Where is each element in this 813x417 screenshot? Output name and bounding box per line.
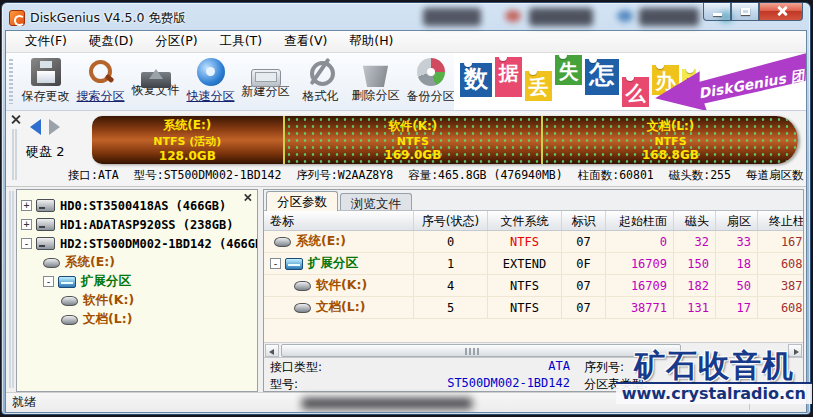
app-logo-icon: [9, 10, 25, 26]
col-header-sector[interactable]: 扇区: [716, 211, 758, 230]
sector-cell: 33: [716, 231, 758, 252]
expand-icon[interactable]: +: [21, 200, 32, 211]
toolbar-button-save-changes[interactable]: 保存更改: [18, 58, 73, 105]
toolbar-button-recover-files[interactable]: 恢复文件: [128, 64, 183, 99]
toolbar-label: 快速分区: [183, 88, 238, 105]
partition-segment-docs[interactable]: 文档(L:) NTFS 168.8GB: [541, 116, 798, 164]
toolbar-button-format[interactable]: 格式化: [293, 58, 348, 105]
disk-overview-panel: 硬盘 2 系统(E:) NTFS (活动) 128.0GB 软件(K:) NTF…: [6, 111, 806, 187]
collapse-icon[interactable]: -: [21, 238, 32, 249]
main-grip[interactable]: [9, 191, 14, 388]
disk-tree-panel: + HD0:ST3500418AS (466GB) + HD1:ADATASP9…: [16, 189, 258, 392]
tab-browse-files[interactable]: 浏览文件: [340, 193, 412, 210]
partition-segment-software[interactable]: 软件(K:) NTFS 169.0GB: [283, 116, 541, 164]
interface-type-label: 接口类型:: [270, 359, 322, 376]
col-header-end-cyl[interactable]: 终止柱面: [758, 211, 804, 230]
toolbar-label: 格式化: [293, 88, 348, 105]
close-icon: [777, 6, 787, 16]
new-partition-icon: [251, 69, 281, 87]
blurred-taskbar-item: [639, 8, 699, 26]
table-row-extended[interactable]: - 扩展分区 1 EXTEND 0F 16709 150 18 60801 8: [264, 253, 803, 275]
table-empty-area: [264, 319, 803, 342]
quick-partition-icon: [197, 58, 225, 86]
col-header-id[interactable]: 标识: [562, 211, 606, 230]
disk-label: 硬盘 2: [26, 143, 64, 161]
disk-nav: [30, 119, 60, 135]
close-tree-icon[interactable]: [243, 193, 252, 202]
table-row-system[interactable]: 系统(E:) 0 NTFS 07 0 32 33 16709 15: [264, 231, 803, 253]
table-row-docs[interactable]: 文档(L:) 5 NTFS 07 38771 131 17 60801 8: [264, 297, 803, 319]
menu-partition[interactable]: 分区(P): [144, 31, 208, 52]
fs-cell: NTFS: [488, 297, 562, 318]
sector-cell: 18: [716, 253, 758, 274]
sector-cell: 17: [716, 297, 758, 318]
ad-banner[interactable]: 数 据 丢 失 怎 么 办 ! DiskGenius 团队: [454, 53, 806, 110]
next-disk-icon[interactable]: [49, 119, 60, 135]
maximize-button[interactable]: [731, 3, 759, 21]
close-button[interactable]: [759, 3, 803, 21]
menu-file[interactable]: 文件(F): [14, 31, 78, 52]
tree-item-hd2[interactable]: - HD2:ST500DM002-1BD142 (466GB): [21, 234, 255, 253]
panel-grip[interactable]: [12, 129, 17, 180]
col-header-seq[interactable]: 序号(状态): [414, 211, 488, 230]
col-header-volume[interactable]: 卷标: [264, 211, 414, 230]
seq-cell: 0: [414, 231, 488, 252]
menu-view[interactable]: 查看(V): [273, 31, 338, 52]
col-header-start-cyl[interactable]: 起始柱面: [606, 211, 674, 230]
toolbar-button-quick-partition[interactable]: 快速分区: [183, 58, 238, 105]
toolbar-button-backup-partition[interactable]: 备份分区: [403, 58, 458, 105]
toolbar-grip[interactable]: [9, 59, 13, 104]
volume-cell: 文档(L:): [264, 297, 414, 318]
tab-partition-params[interactable]: 分区参数: [266, 191, 338, 211]
minimize-button[interactable]: [703, 3, 731, 21]
model-value: ST500DM002-1BD142: [447, 376, 570, 391]
blurred-taskbar-item: [529, 8, 593, 26]
tree-item-hd1[interactable]: + HD1:ADATASP920SS (238GB): [21, 215, 255, 234]
maximize-icon: [741, 8, 750, 15]
menu-tools[interactable]: 工具(T): [209, 31, 273, 52]
window-title: DiskGenius V4.5.0 免费版: [30, 10, 186, 27]
volume-label: 文档(L:): [316, 299, 365, 316]
head-cell: 182: [674, 275, 716, 296]
toolbar-button-search-partition[interactable]: 搜索分区: [73, 58, 128, 105]
collapse-icon[interactable]: -: [270, 258, 281, 269]
expand-icon[interactable]: +: [21, 219, 32, 230]
col-header-fs[interactable]: 文件系统: [488, 211, 562, 230]
toolbar: 保存更改 搜索分区 恢复文件 快速分区 新建分区: [6, 53, 806, 111]
fs-cell: NTFS: [488, 275, 562, 296]
volume-label: 软件(K:): [316, 277, 367, 294]
tree-item-docs-l[interactable]: 文档(L:): [21, 310, 255, 329]
segment-size: 168.8GB: [543, 148, 798, 162]
menu-help[interactable]: 帮助(H): [338, 31, 404, 52]
ad-banner-tiles: 数 据 丢 失 怎 么 办 !: [460, 55, 699, 95]
end-cyl-cell: 60801: [758, 297, 804, 318]
id-cell: 07: [562, 297, 606, 318]
collapse-icon[interactable]: -: [43, 276, 54, 287]
seq-cell: 4: [414, 275, 488, 296]
segment-size: 169.0GB: [285, 148, 541, 162]
col-header-head[interactable]: 磁头: [674, 211, 716, 230]
segment-fs: NTFS (活动): [92, 134, 283, 149]
segment-fs: NTFS: [285, 135, 541, 148]
end-cyl-cell: 38771: [758, 275, 804, 296]
close-panel-icon[interactable]: [10, 114, 21, 125]
menu-disk[interactable]: 硬盘(D): [78, 31, 144, 52]
partition-segment-system[interactable]: 系统(E:) NTFS (活动) 128.0GB: [92, 116, 283, 164]
tree-item-hd0[interactable]: + HD0:ST3500418AS (466GB): [21, 196, 255, 215]
watermark-title: 矿石收音机: [616, 349, 812, 382]
volume-cell: 系统(E:): [264, 231, 414, 252]
toolbar-button-delete-partition[interactable]: 删除分区: [348, 59, 403, 104]
prev-disk-icon[interactable]: [30, 119, 41, 135]
tree-item-system-e[interactable]: 系统(E:): [21, 253, 255, 272]
table-header-row: 卷标 序号(状态) 文件系统 标识 起始柱面 磁头 扇区 终止柱面 磁头: [264, 211, 803, 231]
table-row-software[interactable]: 软件(K:) 4 NTFS 07 16709 182 50 38771 9: [264, 275, 803, 297]
tree-item-software-k[interactable]: 软件(K:): [21, 291, 255, 310]
seq-cell: 5: [414, 297, 488, 318]
tree-item-extended[interactable]: - 扩展分区: [21, 272, 255, 291]
toolbar-button-new-partition[interactable]: 新建分区: [238, 63, 293, 100]
titlebar[interactable]: DiskGenius V4.5.0 免费版: [5, 6, 807, 30]
scroll-left-icon[interactable]: [265, 344, 279, 357]
watermark-url: www.crystalradio.cn: [616, 382, 812, 404]
disk-capacity: 容量:465.8GB (476940MB): [408, 168, 563, 183]
partition-icon: [294, 281, 311, 291]
